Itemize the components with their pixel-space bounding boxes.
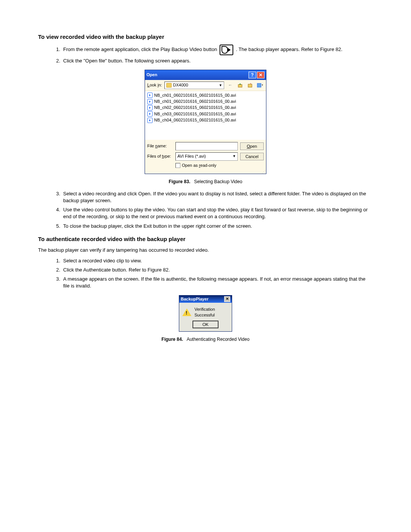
open-dialog-titlebar: Open ? ✕ [145,70,266,80]
video-file-icon [147,105,153,110]
file-name-text: NB_ch02_0602101615_0602101615_00.avi [154,105,236,110]
step-2: Click the "Open file" button. The follow… [62,58,373,64]
video-file-icon [147,111,153,117]
svg-rect-3 [257,83,261,87]
filetype-value: AVI Files (*.avi) [177,153,206,159]
figure-84-caption: Figure 84. Authenticating Recorded Video [38,336,373,343]
bp-titlebar: BackupPlayer ✕ [179,296,232,303]
new-folder-icon[interactable]: * [246,82,254,89]
open-dialog-title: Open [147,72,157,78]
section2-heading: To authenticate recorded video with the … [38,235,373,243]
filename-label: File name: [147,143,173,149]
filename-input[interactable] [175,142,238,150]
lookin-folder-name: DX4000 [173,82,188,88]
help-icon[interactable]: ? [249,72,256,78]
step-1: From the remote agent application, click… [62,45,373,55]
readonly-label: Open as read-only [182,163,217,168]
auth-step-2: Click the Authenticate button. Refer to … [62,267,373,273]
svg-rect-0 [238,85,242,87]
step1-text-a: From the remote agent application, click… [63,46,218,52]
warning-icon [182,308,191,316]
video-file-icon [147,118,153,123]
list-item[interactable]: NB_ch01_0602101615_0602101615_00.avi [147,93,264,98]
figure-83-caption: Figure 83. Selecting Backup Video [38,179,373,185]
dropdown-icon: ▼ [219,83,222,88]
list-item[interactable]: NB_ch01_0602101616_0602101616_00.avi [147,99,264,104]
folder-icon [166,83,172,88]
filetype-select[interactable]: AVI Files (*.avi) ▼ [175,152,238,161]
bp-title-text: BackupPlayer [181,296,209,302]
play-backup-video-icon [220,45,233,55]
back-icon[interactable]: ← [226,82,234,89]
file-name-text: NB_ch01_0602101615_0602101615_00.avi [154,93,236,98]
bp-message: Verification Successful [194,307,229,318]
list-item[interactable]: NB_ch02_0602101615_0602101615_00.avi [147,105,264,110]
step-4: Use the video control buttons to play th… [62,206,373,220]
filetype-label: Files of type: [147,153,173,159]
close-icon[interactable]: ✕ [224,296,230,302]
auth-step-3: A message appears on the screen. If the … [62,276,373,289]
view-menu-icon[interactable] [256,82,264,89]
ok-button[interactable]: OK [193,321,218,328]
up-icon[interactable] [236,82,244,89]
auth-step-1: Select a recorded video clip to view. [62,257,373,264]
lookin-label: Look in: [147,82,162,88]
step-3: Select a video recording and click Open.… [62,190,373,204]
open-button[interactable]: Open [240,142,264,150]
figure-83-label: Figure 83. [169,179,190,184]
section1-heading: To view recorded video with the backup p… [38,33,373,41]
figure-83-desc: Selecting Backup Video [194,179,242,184]
resize-grip-icon: ⋰ [145,171,266,174]
file-list[interactable]: NB_ch01_0602101615_0602101615_00.avi NB_… [145,91,266,140]
step-5: To close the backup player, click the Ex… [62,223,373,230]
backupplayer-dialog: BackupPlayer ✕ Verification Successful O… [179,295,232,332]
svg-text:*: * [250,83,251,86]
video-file-icon [147,99,153,104]
close-icon[interactable]: ✕ [257,72,264,78]
section2-intro: The backup player can verify if any tamp… [38,247,373,254]
lookin-select[interactable]: DX4000 ▼ [164,81,224,89]
list-item[interactable]: NB_ch03_0602101615_0602101615_00.avi [147,111,264,117]
file-name-text: NB_ch01_0602101616_0602101616_00.avi [154,99,236,104]
file-name-text: NB_ch03_0602101615_0602101615_00.avi [154,111,236,117]
figure-84-desc: Authenticating Recorded Video [186,337,249,342]
dropdown-icon: ▼ [233,154,236,159]
cancel-button[interactable]: Cancel [240,153,264,160]
figure-84-label: Figure 84. [161,337,183,342]
step1-text-b: . The backup player appears. Refer to Fi… [236,46,342,52]
open-dialog: Open ? ✕ Look in: DX4000 ▼ ← * NB_ch01_0… [145,70,266,174]
video-file-icon [147,93,153,98]
file-name-text: NB_ch04_0602101615_0602101615_00.avi [154,117,236,123]
list-item[interactable]: NB_ch04_0602101615_0602101615_00.avi [147,117,264,123]
readonly-checkbox[interactable] [175,163,180,168]
